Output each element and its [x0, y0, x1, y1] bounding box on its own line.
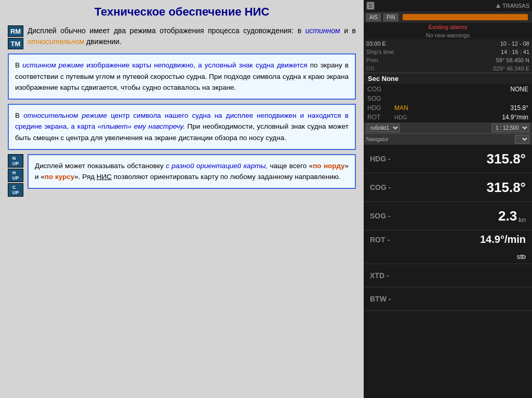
- prim-lat: 59° 58.450 N: [496, 57, 529, 63]
- true-mode-highlight: истинном режиме: [22, 61, 84, 69]
- ships-time-label: Ship's time: [366, 49, 394, 55]
- relative-mode-highlight: относительном режиме: [23, 112, 107, 119]
- rm-button[interactable]: RM: [8, 25, 23, 37]
- n-up-button[interactable]: NUP: [8, 154, 23, 168]
- big-cog-label: COG -: [370, 183, 401, 191]
- orientation-highlight: с разной ориентацией карты,: [166, 162, 268, 170]
- navigator-select[interactable]: [515, 135, 529, 144]
- big-hdg-value: 315.8°: [401, 151, 526, 167]
- date-display: 10 - 12 - 08: [500, 40, 529, 47]
- sog-label: SOG: [365, 94, 391, 103]
- hdg-label: HDG: [365, 104, 391, 112]
- intro-section: RM TM Дисплей обычно имеет два режима от…: [8, 25, 356, 49]
- big-sog-row: SOG - 2.3 kn: [364, 202, 532, 230]
- nav-data-table: COG NONE SOG HDG MAN 315.8° ROT HDG 14.9…: [364, 84, 532, 122]
- ais-button[interactable]: AIS: [366, 13, 381, 21]
- scale-row: ru6ntkt1 1 : 12,500: [364, 122, 532, 133]
- cog-label: COG: [365, 85, 391, 93]
- chart-select[interactable]: ru6ntkt1: [366, 123, 400, 132]
- ships-time-value: 14 : 16 : 41: [501, 49, 529, 55]
- map-icon: [366, 2, 375, 10]
- sog-row: SOG: [365, 94, 531, 103]
- page-title: Техническое обеспечение НИС: [8, 5, 356, 19]
- orientation-box: Дисплей может показывать обстановку с ра…: [28, 154, 356, 189]
- sog-value: [445, 94, 531, 103]
- relative-mode-box: В относительном режиме центр символа наш…: [8, 104, 356, 150]
- navigator-label: Navigator: [366, 136, 389, 142]
- big-sog-label: SOG -: [370, 212, 401, 220]
- xtd-row: XTD -: [364, 264, 532, 287]
- istinnom-text: истинном: [305, 26, 340, 35]
- rot-row: ROT HDG 14.9°/min: [365, 113, 531, 121]
- cog-value: NONE: [445, 85, 531, 93]
- rot-value: 14.9°/min: [445, 113, 531, 121]
- floats-text: «плывет» ему навстречу.: [98, 122, 185, 130]
- rot-label: ROT: [365, 113, 391, 121]
- big-rot-row: ROT - 14.9°/min stb: [364, 230, 532, 264]
- big-rot-sub: stb: [370, 253, 526, 260]
- bottom-section: NUP HUP CUP Дисплей может показывать обс…: [8, 154, 356, 197]
- svg-marker-2: [496, 4, 500, 8]
- map-header: TRANSAS: [364, 0, 532, 11]
- left-panel: Техническое обеспечение НИС RM TM Диспле…: [0, 0, 364, 398]
- true-mode-box: В истинном режиме изображение карты непо…: [8, 53, 356, 100]
- pin-button[interactable]: PIN: [383, 13, 398, 21]
- sog-separator: [392, 94, 444, 103]
- time-row: 03:00 E 10 - 12 - 08: [364, 39, 532, 48]
- big-sog-unit: kn: [518, 216, 526, 226]
- dr-row: DR 029° 46.340 E: [364, 64, 532, 73]
- big-data-section: HDG - 315.8° COG - 315.8° SOG - 2.3 kn R…: [364, 145, 532, 398]
- sec-none-display: Sec None: [364, 73, 532, 84]
- hdg-mode: MAN: [392, 104, 444, 112]
- scale-select[interactable]: 1 : 12,500: [491, 123, 529, 132]
- btw-label: BTW -: [370, 295, 401, 303]
- true-mode-text1: изображение карты неподвижно, а условный…: [86, 61, 307, 69]
- dr-lon: 029° 46.340 E: [493, 65, 529, 72]
- transas-logo: TRANSAS: [496, 3, 529, 9]
- hdg-value: 315.8°: [445, 104, 531, 112]
- nis-text: НИС: [97, 173, 112, 181]
- kurs-text: по курсу: [45, 173, 75, 181]
- btw-row: BTW -: [364, 287, 532, 311]
- otnositelnom-text: относительном: [28, 37, 84, 46]
- dr-label: DR: [366, 65, 375, 72]
- warning-bar: No new warnings: [364, 31, 532, 39]
- utc-time: 03:00 E: [366, 40, 386, 47]
- prim-label: Prim: [366, 57, 378, 63]
- nord-text: по норду: [313, 162, 344, 170]
- status-bar: [403, 14, 528, 20]
- hdg-row: HDG MAN 315.8°: [365, 104, 531, 112]
- big-cog-row: COG - 315.8°: [364, 173, 532, 202]
- c-up-button[interactable]: CUP: [8, 183, 23, 197]
- h-up-button[interactable]: HUP: [8, 169, 23, 182]
- big-cog-value: 315.8°: [401, 180, 526, 196]
- side-buttons: RM TM: [8, 25, 23, 49]
- cog-row: COG NONE: [365, 85, 531, 93]
- xtd-label: XTD -: [370, 271, 401, 280]
- prim-row: Prim 59° 58.450 N: [364, 56, 532, 64]
- intro-paragraph: Дисплей обычно имеет два режима отображе…: [28, 25, 356, 47]
- big-rot-value: 14.9°/min: [401, 234, 526, 245]
- cog-separator: [392, 85, 444, 93]
- navigator-row: Navigator: [364, 133, 532, 145]
- rot-mode: HDG: [392, 113, 444, 121]
- orientation-buttons: NUP HUP CUP: [8, 154, 23, 197]
- big-sog-value: 2.3: [401, 208, 517, 224]
- big-rot-label: ROT -: [370, 236, 401, 244]
- right-panel: TRANSAS AIS PIN Existing alarms No new w…: [364, 0, 532, 398]
- ais-pin-bar: AIS PIN: [364, 11, 532, 23]
- big-hdg-row: HDG - 315.8°: [364, 145, 532, 173]
- ships-time-row: Ship's time 14 : 16 : 41: [364, 48, 532, 56]
- big-hdg-label: HDG -: [370, 155, 401, 163]
- alarm-bar: Existing alarms: [364, 23, 532, 31]
- tm-button[interactable]: TM: [8, 38, 23, 49]
